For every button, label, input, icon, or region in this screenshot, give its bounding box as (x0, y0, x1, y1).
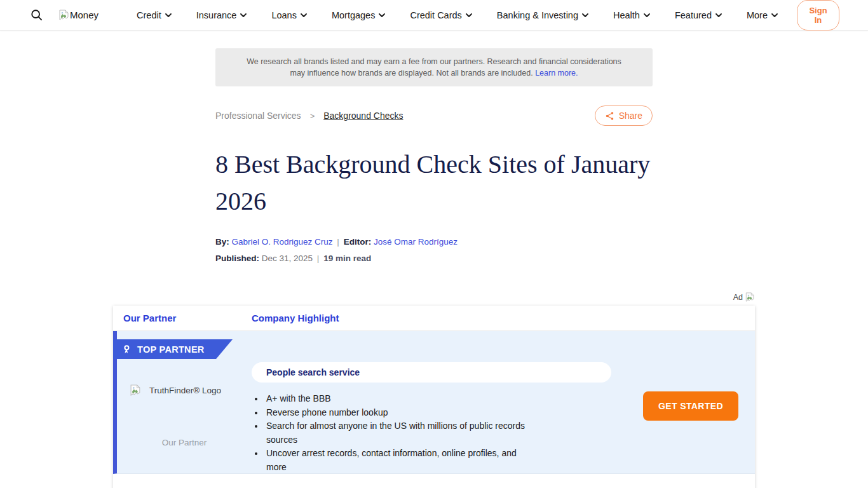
partner-card-header: Our Partner Company Highlight (113, 306, 755, 331)
chevron-down-icon (466, 13, 472, 17)
chevron-down-icon (379, 13, 385, 17)
ad-label: Ad (733, 293, 743, 302)
column-header-our-partner: Our Partner (113, 313, 252, 323)
read-time: 19 min read (323, 254, 371, 263)
share-icon (605, 111, 614, 121)
top-partner-row: TOP PARTNER TruthFinder® Logo Our Partne… (113, 331, 755, 474)
broken-image-icon (130, 384, 141, 396)
breadcrumb-current[interactable]: Background Checks (323, 111, 403, 121)
site-header: Money Credit Insurance Loans Mortgages (0, 0, 868, 30)
partner-logo-cell[interactable]: TruthFinder® Logo Our Partner (117, 359, 252, 474)
nav-item-label: Featured (675, 10, 712, 20)
next-partner-row (113, 474, 755, 488)
column-header-company-highlight: Company Highlight (252, 313, 339, 323)
get-started-button[interactable]: GET STARTED (643, 391, 738, 421)
company-highlight-cell: People search service A+ with the BBB Re… (252, 359, 526, 474)
chevron-down-icon (644, 13, 650, 17)
nav-item[interactable]: Mortgages (332, 10, 386, 20)
nav-item[interactable]: Credit (137, 10, 172, 20)
search-icon (31, 9, 43, 21)
partner-caption: Our Partner (117, 438, 252, 447)
published-date: Dec 31, 2025 (262, 254, 313, 263)
highlight-bullet: Search for almost anyone in the US with … (264, 419, 526, 447)
sign-in-button[interactable]: Sign In (797, 0, 839, 30)
nav-item-label: Credit (137, 10, 161, 20)
logo-text: Money (70, 10, 98, 20)
published-label: Published: (215, 254, 259, 263)
search-button[interactable] (31, 9, 43, 21)
nav-item[interactable]: Health (613, 10, 650, 20)
partner-comparison-card: Our Partner Company Highlight TOP PARTNE… (113, 306, 755, 488)
advertiser-disclosure: We research all brands listed and may ea… (215, 48, 653, 86)
chevron-down-icon (165, 13, 172, 17)
top-partner-banner: TOP PARTNER (113, 339, 233, 359)
highlight-pill: People search service (252, 362, 611, 383)
nav-item[interactable]: Credit Cards (410, 10, 471, 20)
nav-item[interactable]: Banking & Investing (497, 10, 588, 20)
breadcrumb-separator: > (310, 111, 315, 121)
highlight-bullet: Uncover arrest records, contact informat… (264, 447, 526, 474)
nav-item[interactable]: Featured (675, 10, 722, 20)
byline-separator: | (335, 237, 341, 247)
nav-item[interactable]: Loans (271, 10, 307, 20)
highlight-bullet: A+ with the BBB (264, 392, 526, 406)
by-label: By: (215, 237, 229, 247)
breadcrumb-row: Professional Services > Background Check… (215, 105, 653, 126)
main-nav: Credit Insurance Loans Mortgages Credit … (137, 10, 778, 20)
highlight-bullet: Reverse phone number lookup (264, 406, 526, 420)
nav-item[interactable]: Insurance (196, 10, 247, 20)
chevron-down-icon (301, 13, 307, 17)
nav-item-label: Health (613, 10, 640, 20)
share-button[interactable]: Share (595, 105, 653, 126)
nav-item-label: Loans (271, 10, 297, 20)
partner-logo-alt: TruthFinder® Logo (149, 386, 221, 395)
broken-image-icon (745, 292, 755, 302)
site-logo[interactable]: Money (59, 10, 98, 21)
award-ribbon-icon (123, 344, 132, 355)
chevron-down-icon (715, 13, 722, 17)
breadcrumb-parent[interactable]: Professional Services (215, 111, 301, 121)
chevron-down-icon (582, 13, 588, 17)
nav-item-label: Banking & Investing (497, 10, 578, 20)
nav-item-label: More (747, 10, 768, 20)
chevron-down-icon (771, 13, 778, 17)
broken-image-icon (59, 10, 69, 21)
nav-item-label: Credit Cards (410, 10, 461, 20)
chevron-down-icon (240, 13, 247, 17)
author-link[interactable]: Gabriel O. Rodriguez Cruz (232, 237, 333, 247)
share-label: Share (619, 111, 642, 121)
page-title: 8 Best Background Check Sites of January… (215, 146, 653, 220)
nav-item[interactable]: More (747, 10, 778, 20)
nav-item-label: Mortgages (332, 10, 376, 20)
nav-item-label: Insurance (196, 10, 237, 20)
top-partner-label: TOP PARTNER (137, 344, 205, 355)
byline-separator: | (315, 254, 322, 263)
editor-label: Editor: (344, 237, 372, 247)
byline: By: Gabriel O. Rodriguez Cruz | Editor: … (215, 236, 653, 264)
learn-more-link[interactable]: Learn more. (535, 69, 578, 78)
ad-row: Ad (113, 292, 755, 302)
breadcrumb: Professional Services > Background Check… (215, 111, 403, 121)
highlight-bullet-list: A+ with the BBB Reverse phone number loo… (264, 392, 526, 474)
editor-link[interactable]: José Omar Rodríguez (374, 237, 458, 247)
